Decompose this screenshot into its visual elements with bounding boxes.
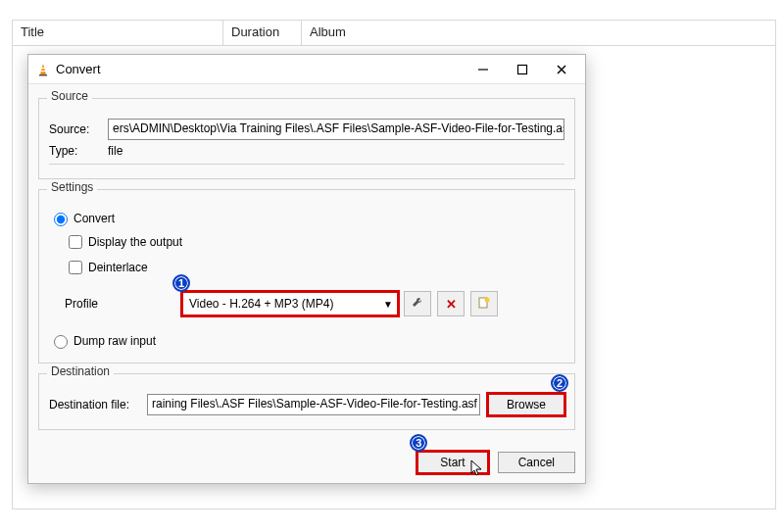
display-output-label: Display the output — [88, 235, 182, 249]
destination-group-label: Destination — [47, 364, 114, 378]
destination-file-label: Destination file: — [49, 398, 147, 411]
start-button-label: Start — [440, 456, 465, 469]
maximize-button[interactable] — [503, 56, 542, 83]
source-input[interactable]: ers\ADMIN\Desktop\Via Training Files\.AS… — [108, 119, 564, 140]
source-label: Source: — [49, 122, 108, 136]
destination-file-input[interactable]: raining Files\.ASF Files\Sample-ASF-Vide… — [147, 394, 480, 415]
source-group: Source Source: ers\ADMIN\Desktop\Via Tra… — [38, 98, 575, 179]
edit-profile-button[interactable] — [404, 291, 431, 316]
browse-button-label: Browse — [507, 398, 546, 411]
source-group-label: Source — [47, 89, 92, 103]
table-header: Title Duration Album — [13, 21, 775, 46]
svg-marker-10 — [471, 460, 481, 475]
vlc-cone-icon — [36, 63, 50, 76]
delete-profile-button[interactable]: ✕ — [437, 291, 465, 316]
chevron-down-icon: ▼ — [383, 299, 393, 310]
col-duration[interactable]: Duration — [223, 21, 302, 45]
display-output-checkbox[interactable] — [69, 235, 82, 249]
deinterlace-checkbox[interactable] — [69, 261, 82, 274]
type-value: file — [108, 144, 122, 158]
svg-rect-5 — [518, 65, 527, 73]
minimize-button[interactable] — [464, 56, 503, 83]
svg-rect-2 — [41, 68, 45, 69]
cancel-button[interactable]: Cancel — [498, 452, 575, 473]
browse-button[interactable]: Browse — [488, 394, 564, 415]
annotation-badge-1: 1 — [172, 274, 190, 292]
svg-marker-0 — [40, 64, 46, 74]
settings-group-label: Settings — [47, 180, 97, 194]
cursor-icon — [470, 459, 484, 477]
svg-rect-1 — [39, 74, 47, 76]
destination-group: Destination Destination file: raining Fi… — [38, 373, 575, 430]
new-profile-button[interactable] — [470, 291, 498, 316]
dialog-title: Convert — [56, 62, 464, 76]
profile-combo[interactable]: Video - H.264 + MP3 (MP4) ▼ — [182, 292, 398, 315]
deinterlace-label: Deinterlace — [88, 261, 148, 274]
x-red-icon: ✕ — [446, 297, 457, 312]
convert-dialog: Convert Source Source: ers\ADMIN\Desktop… — [27, 54, 586, 484]
new-file-icon — [477, 296, 491, 313]
profile-combo-value: Video - H.264 + MP3 (MP4) — [189, 297, 334, 311]
close-button[interactable] — [542, 56, 581, 83]
svg-point-9 — [485, 297, 490, 302]
titlebar: Convert — [28, 55, 585, 84]
cancel-button-label: Cancel — [518, 456, 555, 469]
dump-raw-radio[interactable] — [54, 335, 68, 349]
annotation-badge-2: 2 — [551, 374, 568, 392]
col-album[interactable]: Album — [302, 21, 775, 45]
profile-label: Profile — [65, 297, 182, 311]
type-label: Type: — [49, 144, 108, 158]
svg-rect-3 — [41, 71, 46, 72]
wrench-icon — [411, 296, 424, 313]
col-title[interactable]: Title — [13, 21, 223, 45]
dump-raw-label: Dump raw input — [74, 334, 156, 348]
convert-radio-label: Convert — [74, 212, 115, 225]
convert-radio[interactable] — [54, 213, 68, 226]
annotation-badge-3: 3 — [410, 434, 427, 452]
settings-group: Settings Convert Display the output Dein… — [38, 189, 575, 363]
